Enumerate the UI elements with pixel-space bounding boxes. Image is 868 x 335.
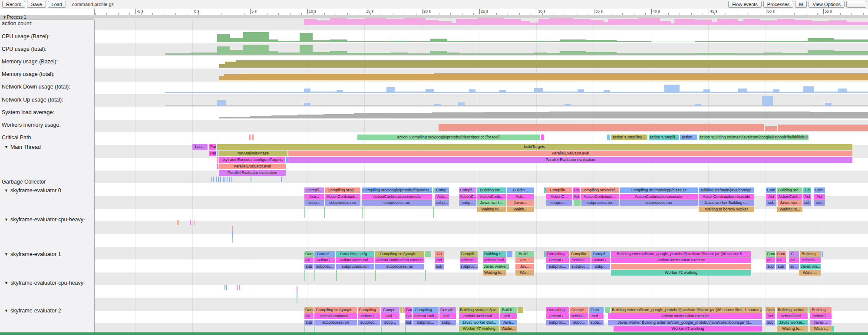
trace-event-bar-critical-path[interactable]: action 'Compili... <box>649 135 679 140</box>
trace-event-bar-skyframe-evaluator-2[interactable]: Javac worker Buil... <box>459 320 499 325</box>
trace-event-bar-skyframe-evaluator-0[interactable]: Javac worker Building s... <box>699 200 754 206</box>
trace-event-bar-skyframe-evaluator-0[interactable] <box>544 187 546 193</box>
trace-event-bar-skyframe-evaluator-2[interactable]: ActionC... <box>810 313 832 319</box>
trace-event-bar-skyframe-evaluator-1[interactable]: Compiling ... <box>546 251 569 257</box>
trace-event-tick-garbage-collector[interactable] <box>231 177 232 182</box>
trace-event-bar-main-thread[interactable]: Lau... <box>192 144 208 150</box>
trace-event-bar-critical-path[interactable] <box>607 135 610 140</box>
trace-event-bar-skyframe-evaluator-2[interactable]: ActionC... <box>358 313 380 319</box>
trace-event-tick-skyframe-evaluator-0[interactable] <box>433 207 434 218</box>
trace-event-bar-skyframe-evaluator-1[interactable]: ActionConti... <box>483 257 506 263</box>
trace-event-bar-skyframe-evaluator-0[interactable]: Acti... <box>435 194 449 200</box>
trace-event-bar-skyframe-evaluator-2[interactable]: Javac ... <box>810 320 832 325</box>
trace-event-tick-garbage-collector[interactable] <box>224 177 225 182</box>
trace-event-bar-skyframe-evaluator-2[interactable]: ActionContinuati... <box>314 313 357 319</box>
trace-event-bar-skyframe-evaluator-2[interactable] <box>518 307 523 313</box>
trace-event-bar-main-thread[interactable]: Parallel Evaluator evaluation <box>288 157 852 163</box>
trace-event-bar-skyframe-evaluator-2[interactable]: Waiting to... <box>777 326 808 332</box>
trace-event-bar-skyframe-evaluator-2[interactable]: Compiling... <box>358 307 380 313</box>
trace-event-bar-skyframe-evaluator-0[interactable]: subprocess.run <box>325 200 360 206</box>
trace-event-tick-skyframe-evaluator-cpu-heavy-1[interactable] <box>232 237 233 243</box>
trace-event-bar-skyframe-evaluator-1[interactable]: subproc... <box>570 264 591 269</box>
trace-event-bar-skyframe-evaluator-0[interactable]: subprocess.run <box>362 200 432 206</box>
thread-label-main-thread[interactable]: ▼Main Thread <box>4 144 41 150</box>
trace-event-bar-skyframe-evaluator-0[interactable]: Javac... <box>507 200 534 206</box>
trace-event-bar-skyframe-evaluator-0[interactable]: Javac work... <box>477 200 506 206</box>
trace-event-bar-skyframe-evaluator-1[interactable]: ActionContinuation.execute <box>375 257 424 263</box>
trace-event-bar-skyframe-evaluator-0[interactable]: Com <box>766 187 776 193</box>
trace-event-bar-skyframe-evaluator-2[interactable]: Acti... <box>589 313 604 319</box>
trace-event-bar-skyframe-evaluator-2[interactable]: Com <box>304 307 314 313</box>
trace-event-bar-skyframe-evaluator-1[interactable]: Compiling src/google... <box>375 251 424 257</box>
trace-event-tick-skyframe-evaluator-cpu-heavy-1[interactable] <box>177 220 178 225</box>
toolbar-button-view-options[interactable]: View Options <box>809 1 845 8</box>
trace-event-bar-critical-path[interactable]: action 'Compiling... <box>611 135 647 140</box>
trace-event-bar-skyframe-evaluator-0[interactable]: Co <box>573 187 580 193</box>
thread-label-skyframe-evaluator-2[interactable]: ▼skyframe-evaluator 2 <box>4 308 61 314</box>
trace-event-bar-skyframe-evaluator-1[interactable]: subproc... <box>460 264 478 269</box>
trace-event-bar-critical-path[interactable]: action 'Compiling src/google/protobuf/de… <box>357 135 540 140</box>
trace-event-bar-skyframe-evaluator-2[interactable]: subproc... <box>546 320 569 325</box>
trace-event-bar-main-thread[interactable]: Par <box>209 151 216 156</box>
trace-event-tick-skyframe-evaluator-1[interactable] <box>425 270 426 281</box>
trace-event-bar-skyframe-evaluator-0[interactable]: Comp... <box>435 187 449 193</box>
trace-event-bar-skyframe-evaluator-2[interactable] <box>403 307 405 313</box>
collapse-triangle-icon[interactable]: ▼ <box>4 217 8 222</box>
trace-event-bar-skyframe-evaluator-1[interactable]: Compil... <box>591 251 610 257</box>
trace-event-tick-garbage-collector[interactable] <box>220 177 221 182</box>
trace-event-bar-skyframe-evaluator-1[interactable] <box>507 251 512 257</box>
trace-event-bar-skyframe-evaluator-0[interactable] <box>574 200 581 206</box>
trace-event-bar-skyframe-evaluator-2[interactable]: subproc... <box>413 320 439 325</box>
trace-event-tick-garbage-collector[interactable] <box>227 177 228 182</box>
trace-event-bar-skyframe-evaluator-2[interactable]: Act <box>766 313 775 319</box>
trace-event-bar-main-thread[interactable]: skyframeExecutor.configureTargets <box>219 157 285 163</box>
trace-event-bar-skyframe-evaluator-1[interactable]: Build... <box>515 251 534 257</box>
trace-event-bar-skyframe-evaluator-2[interactable]: Compiling ... <box>413 307 439 313</box>
trace-event-bar-skyframe-evaluator-1[interactable]: Building s... <box>483 251 506 257</box>
trace-event-bar-skyframe-evaluator-1[interactable]: Com <box>776 251 786 257</box>
trace-event-bar-skyframe-evaluator-0[interactable]: Compiling src/google/protobuf/generat... <box>362 187 432 193</box>
trace-event-tick-skyframe-evaluator-cpu-heavy-2[interactable] <box>297 292 297 298</box>
trace-event-bar-skyframe-evaluator-0[interactable]: subp... <box>459 200 476 206</box>
trace-event-bar-main-thread[interactable]: Par <box>209 144 216 150</box>
trace-event-tick-garbage-collector[interactable] <box>211 177 212 182</box>
collapse-triangle-icon[interactable]: ▼ <box>4 252 8 256</box>
trace-event-bar-main-thread[interactable]: buildTargets <box>217 144 852 150</box>
trace-event-bar-skyframe-evaluator-2[interactable]: subprocess.run <box>314 320 357 325</box>
trace-event-bar-skyframe-evaluator-0[interactable]: subproc... <box>546 200 572 206</box>
toolbar-button-load[interactable]: Load <box>48 1 66 8</box>
trace-event-bar-skyframe-evaluator-1[interactable]: Ac... <box>766 257 775 263</box>
trace-event-bar-skyframe-evaluator-1[interactable]: Waitin... <box>799 270 821 276</box>
trace-event-bar-skyframe-evaluator-1[interactable] <box>425 251 431 257</box>
trace-event-bar-skyframe-evaluator-0[interactable]: Building src... <box>477 187 506 193</box>
trace-event-tick-garbage-collector[interactable] <box>251 177 251 182</box>
trace-event-bar-skyframe-evaluator-2[interactable]: subp... <box>381 320 399 325</box>
trace-event-bar-skyframe-evaluator-0[interactable]: sub <box>766 200 776 206</box>
trace-event-bar-skyframe-evaluator-2[interactable]: subp... <box>439 320 456 325</box>
trace-event-bar-main-thread[interactable] <box>217 164 218 169</box>
trace-event-bar-skyframe-evaluator-0[interactable]: Acti... <box>507 194 534 200</box>
trace-event-bar-skyframe-evaluator-1[interactable]: Com <box>304 251 314 257</box>
trace-event-bar-skyframe-evaluator-2[interactable] <box>400 307 403 313</box>
trace-event-bar-skyframe-evaluator-2[interactable]: subp... <box>589 320 604 325</box>
trace-event-tick-skyframe-evaluator-0[interactable] <box>304 207 305 218</box>
trace-event-bar-skyframe-evaluator-2[interactable]: Compiling src/google... <box>314 307 357 313</box>
toolbar-button-processes[interactable]: Processes <box>763 1 793 8</box>
trace-event-tick-garbage-collector[interactable] <box>229 177 230 182</box>
trace-event-bar-main-thread[interactable]: Parallel Evaluator evaluation <box>219 170 286 176</box>
trace-event-bar-skyframe-evaluator-0[interactable]: Co <box>803 187 811 193</box>
trace-event-bar-skyframe-evaluator-1[interactable]: subproc... <box>546 264 569 269</box>
timeline-ruler[interactable]: -5 s0 s5 s10 s15 s20 s25 s30 s35 s40 s45… <box>0 9 868 15</box>
trace-event-bar-skyframe-evaluator-0[interactable]: Act <box>803 194 811 200</box>
trace-event-tick-garbage-collector[interactable] <box>218 177 219 182</box>
trace-event-bar-skyframe-evaluator-1[interactable]: subp... <box>591 264 610 269</box>
trace-event-bar-skyframe-evaluator-1[interactable] <box>544 251 546 257</box>
trace-event-tick-skyframe-evaluator-cpu-heavy-1[interactable] <box>232 226 233 231</box>
trace-event-bar-skyframe-evaluator-1[interactable]: Javac wo... <box>800 264 821 269</box>
trace-event-bar-skyframe-evaluator-1[interactable]: sub <box>304 264 314 269</box>
trace-event-bar-skyframe-evaluator-0[interactable]: Acti... <box>304 194 324 200</box>
trace-event-bar-skyframe-evaluator-1[interactable]: ActionC... <box>591 257 610 263</box>
collapse-triangle-icon[interactable]: ▼ <box>4 145 8 149</box>
trace-event-bar-skyframe-evaluator-1[interactable]: ActionC... <box>800 257 821 263</box>
trace-event-bar-critical-path[interactable] <box>249 135 251 140</box>
